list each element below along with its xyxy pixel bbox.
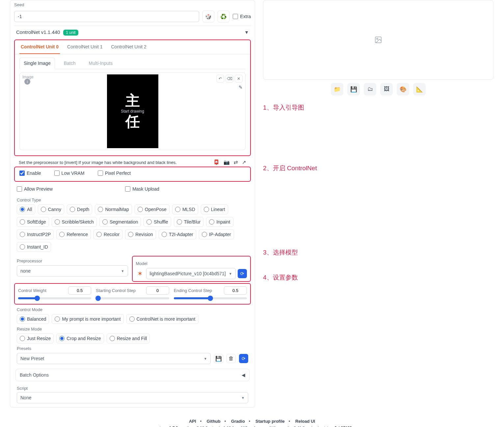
control-type-label: Control Type [17,198,248,202]
control-type-recolor[interactable]: Recolor [93,229,122,239]
enable-checkbox[interactable]: Enable [19,171,41,176]
batch-options-accordion[interactable]: Batch Options ◀ [15,369,250,381]
control-type-all[interactable]: All [17,204,35,214]
script-select[interactable]: None▼ [17,392,248,403]
controlnet-accordion-header[interactable]: ControlNet v1.1.440 1 unit ▼ [14,26,251,38]
control-type-ipadapter[interactable]: IP-Adapter [199,229,234,239]
end-step-label: Ending Control Step [174,288,212,293]
startup-profile-link[interactable]: Startup profile [255,419,285,424]
swap-icon[interactable]: ⇄ [234,159,238,165]
control-type-normalmap[interactable]: NormalMap [95,204,132,214]
save-preset-button[interactable]: 💾 [214,354,223,363]
control-type-segmentation[interactable]: Segmentation [99,217,141,227]
save-button[interactable]: 💾 [347,83,360,95]
control-mode-controlnet[interactable]: ControlNet is more important [126,314,199,324]
preprocessor-select[interactable]: none▼ [17,265,128,277]
start-step-label: Starting Control Step [96,288,136,293]
seed-label: Seed [14,2,251,7]
control-type-scribble[interactable]: Scribble/Sketch [52,217,97,227]
presets-select[interactable]: New Preset▼ [17,353,211,364]
control-type-canny[interactable]: Canny [38,204,64,214]
annotation-2: 2、开启 ControlNet [263,164,493,173]
tab-single-image[interactable]: Single Image [19,58,55,69]
end-step-slider[interactable] [174,297,247,299]
gradio-link[interactable]: Gradio [231,419,245,424]
pixel-perfect-checkbox[interactable]: Pixel Perfect [98,171,131,176]
resize-fill[interactable]: Resize and Fill [107,334,150,343]
resize-just[interactable]: Just Resize [17,334,54,343]
control-type-instructp2p[interactable]: InstructP2P [17,229,54,239]
mask-upload-checkbox[interactable]: Mask Upload [125,186,159,192]
control-type-softedge[interactable]: SoftEdge [17,217,49,227]
start-step-slider[interactable] [96,297,169,299]
control-type-depth[interactable]: Depth [67,204,92,214]
api-link[interactable]: API [189,419,196,424]
refresh-models-button[interactable]: ⟳ [238,269,247,278]
preprocessor-label: Preprocessor [17,258,128,263]
explode-icon[interactable]: ✶ [136,268,144,279]
control-weight-slider[interactable] [18,297,91,299]
low-vram-checkbox[interactable]: Low VRAM [54,171,85,176]
send-icon[interactable]: ↗ [242,159,246,165]
control-weight-input[interactable] [68,286,91,295]
tab-multi-inputs[interactable]: Multi-Inputs [85,58,117,69]
presets-label: Presets [17,346,248,351]
github-link[interactable]: Github [207,419,221,424]
control-weight-label: Control Weight [18,288,46,293]
annotation-3: 3、选择模型 [263,248,493,257]
tab-controlnet-unit-1[interactable]: ControlNet Unit 1 [66,40,104,54]
chevron-down-icon: ▼ [229,272,232,276]
delete-preset-button[interactable]: 🗑 [226,354,236,363]
allow-preview-checkbox[interactable]: Allow Preview [17,186,53,192]
camera-icon[interactable]: 📷 [224,159,230,165]
control-type-mlsd[interactable]: MLSD [172,204,198,214]
info-icon: i [24,79,30,85]
control-type-shuffle[interactable]: Shuffle [144,217,171,227]
send-inpaint-button[interactable]: 🎨 [397,83,409,95]
model-select[interactable]: lightingBasedPicture_v10 [0c4bd571]▼ [146,268,236,279]
reload-ui-link[interactable]: Reload UI [295,419,315,424]
control-type-revision[interactable]: Revision [125,229,156,239]
red-highlight-enable-row: Enable Low VRAM Pixel Perfect [14,167,251,182]
control-type-openpose[interactable]: OpenPose [135,204,170,214]
control-type-inpaint[interactable]: Inpaint [206,217,233,227]
edit-button[interactable]: ✎ [239,85,243,90]
chevron-down-icon: ▼ [204,357,207,360]
extra-checkbox[interactable]: Extra [233,14,251,19]
annotation-1: 1、导入引导图 [263,103,493,112]
tab-batch[interactable]: Batch [60,58,80,69]
open-folder-button[interactable]: 📁 [331,83,343,95]
controlnet-unit-tabs: ControlNet Unit 0 ControlNet Unit 1 Cont… [15,40,250,54]
control-mode-prompt[interactable]: My prompt is more important [52,314,123,324]
refresh-presets-button[interactable]: ⟳ [239,354,248,363]
start-step-input[interactable] [146,286,169,295]
control-type-tileblur[interactable]: Tile/Blur [174,217,204,227]
control-type-instantid[interactable]: Instant_ID [17,242,51,252]
seed-input[interactable] [14,11,199,22]
control-type-lineart[interactable]: Lineart [201,204,228,214]
image-placeholder-icon [374,36,382,44]
resize-crop[interactable]: Crop and Resize [56,334,104,343]
controlnet-unit-count-badge: 1 unit [63,30,78,36]
remove-image-button[interactable]: ✕ [235,75,243,83]
controlnet-image-canvas[interactable]: Image i ↶ ⌫ ✕ ✎ 主 Start drawing 任 [19,72,246,150]
control-type-group: All Canny Depth NormalMap OpenPose MLSD … [17,204,248,252]
save-zip-button[interactable]: 🗂 [364,83,376,95]
randomize-seed-button[interactable]: 🎲 [202,11,214,22]
control-type-reference[interactable]: Reference [56,229,91,239]
send-img2img-button[interactable]: 🖼 [380,83,393,95]
control-mode-balanced[interactable]: Balanced [17,314,49,324]
recycle-seed-button[interactable]: ♻️ [218,11,229,22]
send-extras-button[interactable]: 📐 [413,83,426,95]
invert-hint-text: Set the preprocessor to [invert] If your… [19,160,177,165]
tab-controlnet-unit-0[interactable]: ControlNet Unit 0 [19,40,60,54]
upload-icon[interactable]: 📮 [213,159,220,165]
resize-mode-group: Just Resize Crop and Resize Resize and F… [17,334,248,343]
undo-button[interactable]: ↶ [216,75,224,83]
chevron-down-icon: ▼ [241,396,245,400]
tab-controlnet-unit-2[interactable]: ControlNet Unit 2 [110,40,148,54]
erase-button[interactable]: ⌫ [225,75,233,83]
caret-left-icon: ◀ [242,372,245,378]
end-step-input[interactable] [224,286,247,295]
control-type-t2iadapter[interactable]: T2I-Adapter [159,229,196,239]
